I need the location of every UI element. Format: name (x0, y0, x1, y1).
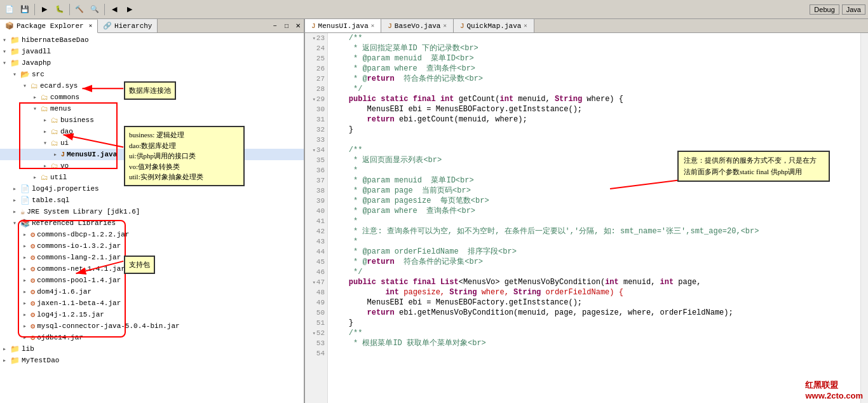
tree-arrow-icon[interactable]: ▸ (23, 311, 31, 318)
tree-arrow-icon[interactable]: ▸ (23, 242, 31, 250)
tree-arrow-icon[interactable]: ▸ (23, 231, 31, 238)
save-button[interactable]: 💾 (18, 3, 32, 17)
tree-item[interactable]: ▸☕JRE System Library [jdk1.6] (0, 206, 304, 217)
debug-run-button[interactable]: 🐛 (53, 3, 67, 17)
tree-item[interactable]: ▸⚙commons-net-1.4.1.jar (0, 263, 304, 275)
tree-item[interactable]: ▸📄log4j.properties (0, 183, 304, 195)
code-content[interactable]: /** * 返回指定菜单ID 下的记录数<br> * @param menuid… (328, 33, 860, 403)
folder-icon: 📁 (10, 356, 20, 365)
tree-item[interactable]: ▸⚙mysql-connector-java-5.0.4-bin.jar (0, 320, 304, 332)
tree-item[interactable]: ▸🗂commons (0, 92, 304, 103)
tree-item[interactable]: ▾🗂menus (0, 103, 304, 114)
line-number: 32 (305, 125, 327, 135)
tree-arrow-icon[interactable]: ▾ (13, 71, 20, 78)
tree-item-label: hibernateBaseDao (22, 36, 89, 44)
close-btn[interactable]: ✕ (292, 20, 304, 32)
tree-arrow-icon[interactable]: ▸ (23, 334, 31, 341)
tree-arrow-icon[interactable]: ▸ (33, 174, 41, 181)
tree-item[interactable]: ▸⚙dom4j-1.6.jar (0, 286, 304, 297)
vertical-scrollbar[interactable] (860, 33, 868, 403)
tree-arrow-icon[interactable]: ▸ (13, 196, 20, 204)
search-button[interactable]: 🔍 (88, 3, 102, 17)
tree-item[interactable]: ▸⚙commons-dbcp-1.2.2.jar (0, 229, 304, 240)
tree-arrow-icon[interactable]: ▸ (13, 185, 20, 193)
tree-arrow-icon[interactable]: ▾ (23, 82, 31, 90)
tree-arrow-icon[interactable]: ▸ (53, 151, 61, 158)
code-line: /** (330, 328, 858, 338)
java-label-btn[interactable]: Java (842, 4, 865, 15)
back-button[interactable]: ◀ (107, 3, 121, 17)
tree-item[interactable]: ▸⚙commons-io-1.3.2.jar (0, 240, 304, 252)
tree-item[interactable]: ▸JMenusUI.java (0, 149, 304, 160)
tree-arrow-icon[interactable]: ▾ (13, 219, 20, 227)
tree-arrow-icon[interactable]: ▾ (33, 105, 41, 113)
tree-item-label: lib (22, 345, 34, 353)
close-quick-map[interactable]: ✕ (524, 22, 527, 29)
tree-item[interactable]: ▸🗂dao (0, 126, 304, 137)
tab-base-vo[interactable]: J BaseVo.java ✕ (381, 19, 454, 32)
tree-item[interactable]: ▸⚙log4j-1.2.15.jar (0, 309, 304, 320)
line-number: 42 (305, 226, 327, 236)
tree-item[interactable]: ▾🗂ui (0, 137, 304, 149)
code-area: ▾232425262728▾2930313233▾343536373839404… (305, 33, 868, 403)
tree-arrow-icon[interactable]: ▾ (3, 59, 10, 67)
tree-arrow-icon[interactable]: ▸ (43, 128, 51, 135)
tab-package-explorer[interactable]: 📦 Package Explorer ✕ (0, 20, 98, 33)
tree-item[interactable]: ▸🗂vo (0, 160, 304, 172)
run-button[interactable]: ▶ (37, 3, 51, 17)
tree-item[interactable]: ▸🗂business (0, 114, 304, 126)
tree-arrow-icon[interactable]: ▸ (23, 254, 31, 261)
tree-arrow-icon[interactable]: ▸ (3, 357, 10, 364)
tree-arrow-icon[interactable]: ▸ (33, 93, 41, 101)
tree-arrow-icon[interactable]: ▸ (23, 299, 31, 307)
minimize-btn[interactable]: − (269, 20, 281, 32)
tree-arrow-icon[interactable]: ▾ (43, 139, 51, 147)
tree-arrow-icon[interactable]: ▾ (3, 36, 10, 44)
code-line: * @return 符合条件的记录数<br> (330, 74, 858, 84)
line-number: 46 (305, 267, 327, 277)
debug-label-btn[interactable]: Debug (810, 4, 839, 15)
close-base-vo[interactable]: ✕ (443, 22, 446, 29)
tree-item[interactable]: ▸⚙jaxen-1.1-beta-4.jar (0, 297, 304, 309)
folder-icon: 📁 (10, 36, 20, 45)
tree-item[interactable]: ▸⚙ojdbc14.jar (0, 332, 304, 343)
tab-hierarchy[interactable]: 🔗 Hierarchy (98, 19, 158, 32)
tree-arrow-icon[interactable]: ▸ (23, 265, 31, 273)
tree-arrow-icon[interactable]: ▸ (43, 162, 51, 170)
jar-icon: ⚙ (31, 299, 35, 308)
tree-item[interactable]: ▾📁hibernateBaseDao (0, 34, 304, 46)
tab-menus-ui[interactable]: J MenusUI.java ✕ (305, 19, 381, 32)
jar-icon: ⚙ (31, 287, 35, 297)
tree-arrow-icon[interactable]: ▸ (43, 116, 51, 124)
line-number: 49 (305, 297, 327, 308)
tree-item[interactable]: ▸⚙commons-lang-2.1.jar (0, 252, 304, 263)
tree-item[interactable]: ▸⚙commons-pool-1.4.jar (0, 275, 304, 286)
tab-quick-map[interactable]: J QuickMap.java ✕ (454, 19, 534, 32)
forward-button[interactable]: ▶ (123, 3, 137, 17)
tree-arrow-icon[interactable]: ▾ (3, 48, 10, 55)
tree-arrow-icon[interactable]: ▸ (23, 277, 31, 284)
tree-item[interactable]: ▸🗂util (0, 172, 304, 183)
ref-icon: 📚 (20, 219, 30, 228)
close-tab-icon[interactable]: ✕ (89, 22, 92, 29)
new-button[interactable]: 📄 (3, 3, 17, 17)
tree-item[interactable]: ▾📂src (0, 69, 304, 80)
close-menus-ui[interactable]: ✕ (371, 22, 374, 29)
line-number: 33 (305, 135, 327, 145)
tree-item[interactable]: ▾📚Referenced Libraries (0, 217, 304, 229)
tree-item[interactable]: ▸📄table.sql (0, 195, 304, 206)
code-line: * 返回页面显示列表<br> (330, 155, 858, 165)
tree-arrow-icon[interactable]: ▸ (13, 208, 20, 215)
tree-item[interactable]: ▸📁MyTestDao (0, 355, 304, 366)
tree-arrow-icon[interactable]: ▸ (23, 288, 31, 296)
tree-item[interactable]: ▸📁lib (0, 343, 304, 355)
maximize-btn[interactable]: □ (281, 20, 292, 32)
tree-item[interactable]: ▾📁javadll (0, 46, 304, 57)
code-line: * (330, 236, 858, 247)
tree-item[interactable]: ▾🗂ecard.sys (0, 80, 304, 92)
tree-item[interactable]: ▾📁Javaphp (0, 57, 304, 69)
tree-arrow-icon[interactable]: ▸ (3, 345, 10, 353)
build-button[interactable]: 🔨 (72, 3, 86, 17)
tree-arrow-icon[interactable]: ▸ (23, 322, 31, 330)
code-line: return ebi.getCount(menuid, where); (330, 114, 858, 125)
